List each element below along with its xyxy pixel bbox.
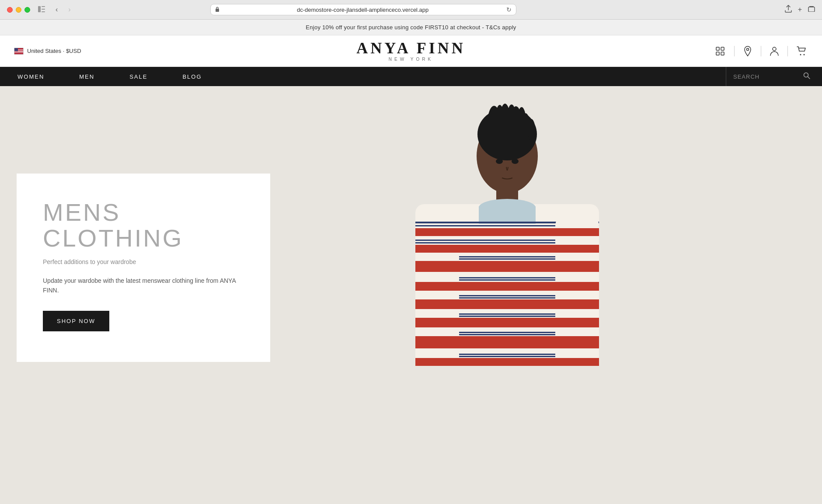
location-button[interactable]: [742, 44, 754, 58]
nav-item-women[interactable]: WOMEN: [0, 67, 62, 86]
svg-rect-78: [415, 225, 459, 226]
browser-titlebar: ‹ › dc-demostore-core-jlansdell-amplienc…: [0, 0, 822, 19]
logo-main: ANYA FINN: [356, 40, 466, 56]
store-locator-button[interactable]: [713, 44, 727, 58]
lock-icon: [215, 7, 219, 13]
nav-label-sale: SALE: [129, 73, 147, 80]
svg-point-26: [517, 107, 526, 135]
new-tab-button[interactable]: +: [798, 6, 802, 14]
svg-rect-76: [415, 228, 459, 236]
svg-rect-86: [415, 318, 459, 327]
svg-point-103: [496, 159, 503, 164]
svg-rect-2: [42, 9, 45, 10]
svg-rect-92: [555, 228, 599, 236]
promo-banner: Enjoy 10% off your first purchase using …: [0, 20, 822, 35]
svg-point-12: [773, 47, 776, 51]
forward-button[interactable]: ›: [66, 5, 73, 14]
hero-lower-bg: [0, 366, 822, 504]
svg-rect-94: [555, 261, 599, 272]
svg-rect-96: [555, 299, 599, 309]
url-text: dc-demostore-core-jlansdell-amplienceco.…: [222, 7, 504, 13]
svg-rect-97: [555, 318, 599, 327]
svg-rect-7: [716, 47, 719, 50]
hero-subheading: Perfect additions to your wardrobe: [43, 258, 244, 265]
traffic-lights: [7, 7, 30, 13]
svg-point-24: [495, 105, 504, 133]
svg-rect-10: [721, 52, 724, 55]
svg-rect-95: [555, 282, 599, 291]
svg-rect-83: [415, 261, 459, 272]
nav-label-men: MEN: [79, 73, 94, 80]
svg-rect-6: [809, 6, 814, 7]
svg-point-14: [804, 54, 805, 55]
maximize-button[interactable]: [24, 7, 30, 13]
svg-point-27: [527, 119, 535, 141]
shop-now-button[interactable]: SHOP NOW: [43, 311, 109, 331]
locale-selector[interactable]: United States · $USD: [14, 48, 81, 55]
search-area: [726, 67, 822, 86]
nav-item-sale[interactable]: SALE: [112, 67, 165, 86]
svg-point-23: [484, 115, 493, 140]
browser-actions: +: [785, 5, 815, 14]
hero-content-card: MENS CLOTHING Perfect additions to your …: [17, 174, 270, 362]
minimize-button[interactable]: [16, 7, 21, 13]
svg-rect-80: [415, 240, 459, 241]
svg-point-104: [512, 159, 519, 164]
cart-button[interactable]: [795, 45, 808, 58]
close-button[interactable]: [7, 7, 13, 13]
shop-now-label: SHOP NOW: [57, 318, 95, 324]
svg-rect-93: [555, 245, 599, 253]
svg-rect-31: [479, 206, 536, 224]
divider-3: [787, 46, 788, 56]
address-bar[interactable]: dc-demostore-core-jlansdell-amplienceco.…: [210, 4, 516, 15]
svg-rect-98: [555, 336, 599, 348]
refresh-button[interactable]: ↻: [506, 6, 512, 13]
hero-heading: MENS CLOTHING: [43, 200, 244, 251]
site-logo[interactable]: ANYA FINN NEW YORK: [356, 40, 466, 62]
site-header: United States · $USD ANYA FINN NEW YORK: [0, 35, 822, 67]
site-wrapper: Enjoy 10% off your first purchase using …: [0, 20, 822, 504]
back-button[interactable]: ‹: [53, 5, 60, 14]
svg-point-13: [800, 54, 801, 55]
nav-item-men[interactable]: MEN: [62, 67, 112, 86]
svg-rect-79: [415, 236, 459, 240]
logo-sub: NEW YORK: [356, 57, 466, 62]
nav-label-blog: BLOG: [182, 73, 202, 80]
svg-rect-85: [415, 299, 459, 309]
svg-rect-81: [415, 242, 459, 243]
locale-text: United States · $USD: [27, 48, 81, 54]
search-input[interactable]: [733, 73, 803, 80]
svg-rect-77: [415, 222, 459, 223]
svg-rect-82: [415, 245, 459, 253]
windows-button[interactable]: [808, 6, 815, 14]
divider-1: [734, 46, 735, 56]
svg-rect-1: [42, 6, 45, 7]
flag-icon: [14, 48, 24, 55]
hero-body: Update your wardobe with the latest mens…: [43, 276, 244, 295]
nav-label-women: WOMEN: [17, 73, 44, 80]
divider-2: [761, 46, 761, 56]
nav-items: WOMEN MEN SALE BLOG: [0, 67, 726, 86]
svg-rect-5: [808, 7, 815, 12]
svg-rect-3: [42, 11, 45, 12]
search-icon-button[interactable]: [803, 72, 810, 81]
svg-point-25: [507, 104, 516, 131]
hero-section: MENS CLOTHING Perfect additions to your …: [0, 86, 822, 504]
svg-rect-4: [216, 9, 219, 12]
nav-item-blog[interactable]: BLOG: [165, 67, 219, 86]
sidebar-toggle-button[interactable]: [35, 5, 48, 14]
svg-rect-87: [415, 336, 459, 348]
svg-rect-8: [721, 47, 724, 50]
svg-rect-9: [716, 52, 719, 55]
browser-chrome: ‹ › dc-demostore-core-jlansdell-amplienc…: [0, 0, 822, 20]
share-button[interactable]: [785, 5, 792, 14]
svg-rect-0: [38, 6, 41, 12]
svg-rect-84: [415, 282, 459, 291]
svg-point-11: [747, 48, 749, 50]
promo-text: Enjoy 10% off your first purchase using …: [306, 24, 516, 31]
site-nav: WOMEN MEN SALE BLOG: [0, 67, 822, 86]
account-button[interactable]: [768, 45, 780, 58]
header-right: [713, 44, 808, 58]
